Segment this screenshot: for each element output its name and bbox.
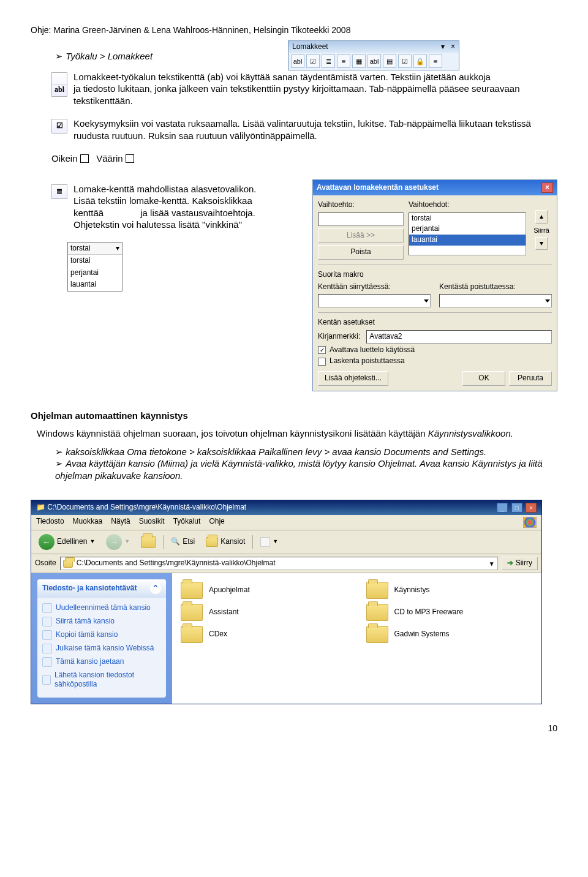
tasks-panel: Tiedosto- ja kansiotehtävät ⌃ Uudelleenn… [31,573,172,704]
tasks-title: Tiedosto- ja kansiotehtävät [42,584,137,593]
move-up-button[interactable]: ▴ [535,210,548,224]
address-text: C:\Documents and Settings\mgre\Käynnistä… [77,559,276,568]
task-icon [42,675,51,685]
folder-icon [181,604,203,621]
collapse-icon[interactable]: ⌃ [150,583,161,594]
folder-item[interactable]: Assistant [181,604,348,621]
menu-item[interactable]: Muokkaa [73,517,103,528]
close-icon[interactable]: × [541,183,553,194]
options-listbox[interactable]: torstai perjantai lauantai [409,213,526,255]
dropdown-enabled-checkbox[interactable]: ✓ [318,346,326,354]
step-item: Avaa käyttäjän kansio (Miima) ja vielä K… [55,457,557,481]
chk-label: Avattava luettelo käytössä [330,345,415,355]
add-helptext-button[interactable]: Lisää ohjeteksti... [318,371,388,386]
tb-icon: ☑ [398,55,412,68]
menu-item[interactable]: Tiedosto [36,517,64,528]
task-icon [42,657,52,667]
toolbar-title: Lomakkeet [292,42,328,52]
chevron-down-icon[interactable]: ▼ [489,560,495,568]
dropdown-option: lauantai [68,279,122,291]
body-text: Windows käynnistää ohjelman suoraan, jos… [37,428,426,438]
back-button[interactable]: ← Edellinen ▼ [35,533,99,551]
dropdown-selected: torstai [70,244,91,254]
task-item[interactable]: Kopioi tämä kansio [42,628,161,642]
address-label: Osoite [35,559,56,568]
move-down-button[interactable]: ▾ [535,237,548,250]
forward-button[interactable]: → ▼ [102,533,134,551]
menu-item[interactable]: Suosikit [139,517,165,528]
label-macro-enter: Kenttään siirryttäessä: [318,282,431,292]
ok-button[interactable]: OK [462,371,505,386]
list-item[interactable]: torstai [409,213,526,224]
body-text: ja tiedosto lukitaan, jonka jälkeen vain… [74,83,519,106]
toolbar-menu-caret: ▾ × [441,42,455,52]
calc-on-exit-checkbox[interactable] [318,358,326,366]
body-text: Koekysymyksiin voi vastata ruksaamalla. … [74,118,531,141]
views-icon [260,537,270,547]
label-macro-exit: Kentästä poistuttaessa: [439,282,552,292]
section-title-autostart: Ohjelman automaattinen käynnistys [31,410,557,422]
up-button[interactable] [137,535,159,549]
cancel-button[interactable]: Peruuta [509,371,552,386]
address-input[interactable]: C:\Documents and Settings\mgre\Käynnistä… [60,557,498,570]
tb-lock-icon: 🔒 [413,55,427,68]
search-button[interactable]: 🔍Etsi [167,536,198,548]
list-item[interactable]: perjantai [409,224,526,235]
label-vaihtoehdot: Vaihtoehdot: [409,200,526,210]
para-checkbox: ☑ Koekysymyksiin voi vastata ruksaamalla… [74,118,533,141]
macro-exit-dropdown[interactable] [439,294,552,307]
bookmark-input[interactable]: Avattava2 [366,330,552,344]
folder-icon [181,626,203,643]
maximize-button[interactable]: □ [511,503,522,513]
forward-arrow-icon: → [106,534,122,550]
folder-item[interactable]: Käynnistys [366,582,533,599]
task-item[interactable]: Uudelleennimeä tämä kansio [42,601,161,615]
tb-icon: abl [368,55,381,68]
form-field-settings-dialog: Avattavan lomakekentän asetukset × Vaiht… [312,179,557,391]
task-item[interactable]: Lähetä kansion tiedostot sähköpostilla [42,669,161,691]
add-button[interactable]: Lisää >> [318,228,404,243]
file-pane[interactable]: Apuohjelmat Käynnistys Assistant CD to M… [172,573,541,704]
dialog-title: Avattavan lomakekentän asetukset [317,183,439,193]
toolbar: ← Edellinen ▼ → ▼ 🔍Etsi Kansiot ▼ [31,530,541,554]
tb-icon: ▦ [352,55,366,68]
folder-item[interactable]: Apuohjelmat [181,582,348,599]
window-title: C:\Documents and Settings\mgre\Käynnistä… [47,503,246,511]
field-settings-label: Kentän asetukset [318,318,552,328]
remove-button[interactable]: Poista [318,245,404,260]
folder-item[interactable]: CD to MP3 Freeware [366,604,533,621]
vaihtoehto-input[interactable] [318,213,404,226]
task-item[interactable]: Julkaise tämä kansio Webissä [42,642,161,655]
dropdown-option: perjantai [68,267,122,279]
folder-item[interactable]: Gadwin Systems [366,626,533,643]
close-button[interactable]: × [526,503,537,513]
go-button[interactable]: ➔ Siirry [502,557,538,570]
task-icon [42,630,52,640]
folder-icon [181,582,203,599]
menu-item[interactable]: Työkalut [173,517,201,528]
menu-item[interactable]: Näytä [111,517,130,528]
tb-icon: ▤ [383,55,396,68]
list-item[interactable]: lauantai [409,235,526,246]
chk-label: Laskenta poistuttaessa [330,356,405,366]
checkbox-square [126,154,134,163]
folders-button[interactable]: Kansiot [202,536,249,548]
macro-enter-dropdown[interactable] [318,294,431,307]
task-icon [42,617,52,627]
task-item[interactable]: Tämä kansio jaetaan [42,655,161,669]
tb-dropdown-icon: ≣ [322,55,335,68]
tb-textfield-icon: abl [291,55,304,68]
menu-bar[interactable]: Tiedosto Muokkaa Näytä Suosikit Työkalut… [31,515,541,530]
para-dropdown: ≣ Lomake-kenttä mahdollistaa alasvetoval… [74,183,276,231]
folder-item[interactable]: CDex [181,626,348,643]
windows-logo-icon [523,517,537,528]
macro-section-label: Suorita makro [318,270,552,280]
views-button[interactable]: ▼ [257,536,282,548]
search-icon: 🔍 [171,537,180,547]
menu-item[interactable]: Ohje [209,517,224,528]
body-text: Käynnistysvalikkoon. [428,428,513,438]
body-text: Lomakkeet-työkalun tekstikenttä (ab) voi… [74,72,491,82]
doc-header: Ohje: Marina Green-Järvinen & Lena Wahlr… [31,24,557,36]
minimize-button[interactable]: _ [497,503,508,513]
task-item[interactable]: Siirrä tämä kansio [42,615,161,628]
